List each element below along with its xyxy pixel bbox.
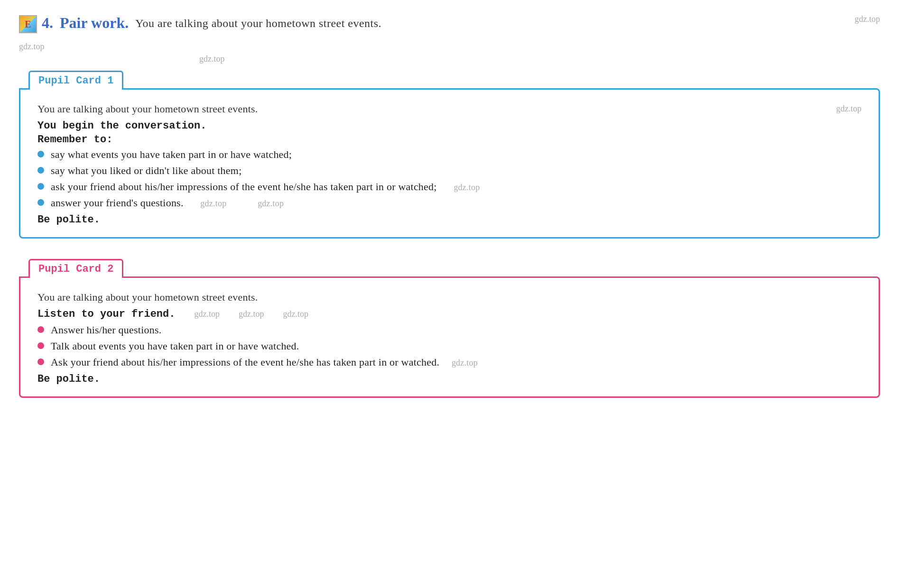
watermark-header-right: gdz.top [855,14,880,24]
list-item: Talk about events you have taken part in… [37,340,862,352]
exercise-number: 4. [42,14,53,32]
card1-bullet-3: ask your friend about his/her impression… [51,181,862,193]
card1-bullet-1: say what events you have taken part in o… [51,148,862,161]
card1-bold2: Remember to: [37,134,862,146]
card1-be-polite: Be polite. [37,214,862,226]
card2-bullet-3: Ask your friend about his/her impression… [51,356,862,368]
watermark-card2-listen2: gdz.top [239,309,264,319]
bullet-dot-blue [37,183,44,190]
card2-bold1: Listen to your friend. [37,308,175,320]
bullet-dot-blue [37,199,44,206]
watermark-card2-listen1: gdz.top [194,309,220,319]
card1-label: Pupil Card 1 [28,71,123,90]
list-item: say what you liked or didn't like about … [37,165,862,177]
card2-bullet-list: Answer his/her questions. Talk about eve… [37,324,862,368]
header-row: 4. Pair work. You are talking about your… [19,14,880,33]
card2-label: Pupil Card 2 [28,259,123,278]
card1-bold1: You begin the conversation. [37,120,862,132]
card1-wrapper: gdz.top Pupil Card 1 You are talking abo… [19,54,880,239]
exercise-description: You are talking about your hometown stre… [135,17,381,30]
exercise-icon [19,15,37,33]
card1-body: You are talking about your hometown stre… [19,88,880,239]
card1-bullet-4: answer your friend's questions. gdz.top … [51,197,862,209]
card2-be-polite: Be polite. [37,373,862,385]
list-item: say what events you have taken part in o… [37,148,862,161]
card2-wrapper: Pupil Card 2 You are talking about your … [19,257,880,398]
watermark-card2-listen3: gdz.top [283,309,308,319]
card1-bullet-2: say what you liked or didn't like about … [51,165,862,177]
card2-intro: You are talking about your hometown stre… [37,291,862,303]
bullet-dot-pink [37,358,44,365]
watermark-card1-bullet3: gdz.top [454,183,480,192]
watermark-card1-above: gdz.top [199,54,225,64]
card1-intro: You are talking about your hometown stre… [37,103,827,115]
card2-body: You are talking about your hometown stre… [19,276,880,398]
watermark-card1-intro-right: gdz.top [836,104,862,114]
bullet-dot-blue [37,151,44,157]
list-item: Ask your friend about his/her impression… [37,356,862,368]
watermark-card1-bullet4a: gdz.top [200,199,226,208]
bullet-dot-blue [37,167,44,174]
bullet-dot-pink [37,342,44,349]
bullet-dot-pink [37,326,44,333]
list-item: ask your friend about his/her impression… [37,181,862,193]
watermark-card2-bullet3: gdz.top [452,358,478,368]
card2-bullet-2: Talk about events you have taken part in… [51,340,862,352]
list-item: answer your friend's questions. gdz.top … [37,197,862,209]
watermark-header-left: gdz.top [19,42,45,52]
list-item: Answer his/her questions. [37,324,862,336]
card1-bullet-list: say what events you have taken part in o… [37,148,862,209]
card2-bullet-1: Answer his/her questions. [51,324,862,336]
exercise-type: Pair work. [60,14,129,32]
watermark-card1-bullet4b: gdz.top [258,199,284,208]
